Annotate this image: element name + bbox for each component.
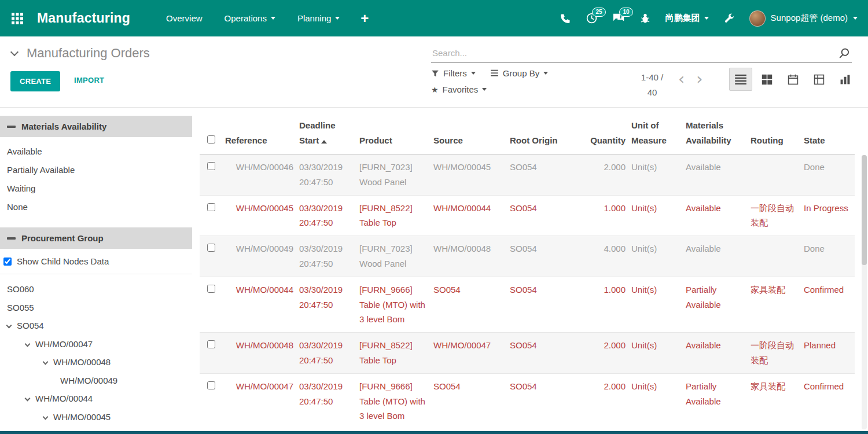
- import-button[interactable]: IMPORT: [74, 76, 104, 84]
- row-checkbox[interactable]: [207, 162, 215, 170]
- cell-root-origin: SO054: [509, 333, 585, 374]
- col-materials-availability[interactable]: Materials Availability: [685, 109, 749, 155]
- debug-bug-icon[interactable]: [639, 13, 651, 24]
- apps-grid-icon[interactable]: [10, 12, 24, 25]
- cell-quantity: 2.000: [585, 155, 630, 196]
- col-quantity[interactable]: Quantity: [585, 109, 630, 155]
- search-facets: Filters Group By ★ Favorites: [431, 68, 548, 101]
- graph-view-button[interactable]: [833, 68, 856, 91]
- menu-overview[interactable]: Overview: [166, 13, 203, 23]
- user-menu[interactable]: Sunpop超管 (demo): [749, 10, 858, 27]
- tree-item-mo00047[interactable]: WH/MO/00047: [0, 335, 192, 354]
- col-source[interactable]: Source: [432, 109, 509, 155]
- filter-available[interactable]: Available: [0, 142, 192, 161]
- pager-next-icon[interactable]: ›: [696, 71, 703, 87]
- filters-label: Filters: [443, 68, 467, 78]
- control-panel: Manufacturing Orders CREATE IMPORT Filte…: [0, 36, 868, 108]
- table-row[interactable]: WH/MO/00046 03/30/2019 20:47:50 [FURN_70…: [200, 155, 855, 196]
- user-name: Sunpop超管 (demo): [771, 13, 848, 24]
- col-label: Routing: [751, 135, 784, 145]
- activities-clock-icon[interactable]: 25: [586, 12, 598, 24]
- col-routing[interactable]: Routing: [749, 109, 803, 155]
- search-input[interactable]: [431, 45, 852, 62]
- row-checkbox[interactable]: [207, 285, 215, 293]
- col-product[interactable]: Product: [358, 109, 432, 155]
- show-child-nodes-checkbox[interactable]: [3, 258, 12, 266]
- cell-routing: 一阶段自动装配: [749, 195, 803, 236]
- filter-waiting[interactable]: Waiting: [0, 179, 192, 198]
- cell-quantity: 1.000: [585, 277, 630, 332]
- tree-label: SO060: [7, 280, 34, 299]
- show-child-nodes-toggle[interactable]: Show Child Nodes Data: [0, 249, 192, 274]
- tree-item-mo00049[interactable]: WH/MO/00049: [0, 372, 192, 390]
- filters-dropdown[interactable]: Filters: [431, 68, 476, 78]
- cell-root-origin: SO054: [509, 155, 585, 196]
- tree-item-mo00045[interactable]: WH/MO/00045: [0, 408, 192, 426]
- pivot-view-icon: [814, 74, 825, 85]
- search-icon[interactable]: [838, 47, 851, 61]
- row-checkbox[interactable]: [207, 381, 215, 389]
- table-row[interactable]: WH/MO/00045 03/30/2019 20:47:50 [FURN_85…: [200, 195, 855, 236]
- table-row[interactable]: WH/MO/00044 03/30/2019 20:47:50 [FURN_96…: [200, 277, 855, 332]
- settings-wrench-icon[interactable]: [723, 13, 735, 24]
- row-checkbox[interactable]: [207, 340, 215, 348]
- show-child-nodes-label: Show Child Nodes Data: [17, 256, 109, 266]
- create-button[interactable]: CREATE: [10, 71, 60, 91]
- col-root-origin[interactable]: Root Origin: [509, 109, 585, 155]
- tree-item-mo00044[interactable]: WH/MO/00044: [0, 389, 192, 408]
- chevron-down-icon: [6, 323, 12, 329]
- col-uom[interactable]: Unit of Measure: [630, 109, 685, 155]
- filter-partially-available[interactable]: Partially Available: [0, 161, 192, 179]
- vertical-scrollbar-thumb[interactable]: [862, 155, 867, 265]
- cell-reference: WH/MO/00044: [224, 277, 298, 332]
- tree-item-so060[interactable]: SO060: [0, 280, 192, 299]
- caret-down-icon: [335, 17, 340, 20]
- calendar-view-button[interactable]: [781, 68, 804, 91]
- cell-routing: [749, 236, 803, 277]
- top-navbar: Manufacturing Overview Operations Planni…: [0, 0, 868, 36]
- list-view-icon: [735, 74, 746, 84]
- menu-planning[interactable]: Planning: [297, 13, 340, 23]
- favorites-label: Favorites: [443, 84, 479, 94]
- company-name: 尚鹏集团: [665, 13, 700, 24]
- favorites-dropdown[interactable]: ★ Favorites: [431, 84, 487, 94]
- tree-item-so054[interactable]: SO054: [0, 317, 192, 335]
- chevron-down-icon: [43, 414, 49, 420]
- cell-source: SO054: [432, 277, 509, 332]
- cell-state: In Progress: [803, 195, 855, 236]
- pager-previous-icon[interactable]: ‹: [678, 71, 685, 87]
- menu-operations[interactable]: Operations: [225, 13, 275, 23]
- app-title[interactable]: Manufacturing: [37, 10, 130, 26]
- col-state[interactable]: State: [803, 109, 855, 155]
- groupby-dropdown[interactable]: Group By: [491, 68, 548, 78]
- row-checkbox[interactable]: [207, 203, 215, 211]
- table-row[interactable]: WH/MO/00048 03/30/2019 20:47:50 [FURN_85…: [200, 333, 855, 374]
- table-row[interactable]: WH/MO/00049 03/30/2019 20:47:50 [FURN_70…: [200, 236, 855, 277]
- cell-quantity: 2.000: [585, 333, 630, 374]
- filter-funnel-icon: [431, 69, 439, 78]
- filter-none[interactable]: None: [0, 198, 192, 216]
- table-row[interactable]: WH/MO/00047 03/30/2019 20:47:50 [FURN_96…: [200, 373, 855, 429]
- vertical-scrollbar[interactable]: [862, 155, 867, 429]
- pivot-view-button[interactable]: [807, 68, 830, 91]
- cell-source: SO054: [432, 373, 509, 429]
- tree-item-so055[interactable]: SO055: [0, 299, 192, 317]
- row-checkbox[interactable]: [207, 244, 215, 252]
- tree-item-mo00048[interactable]: WH/MO/00048: [0, 353, 192, 372]
- cell-uom: Unit(s): [630, 236, 685, 277]
- phone-icon[interactable]: [560, 13, 571, 24]
- chevron-down-icon[interactable]: [10, 47, 19, 56]
- messages-icon[interactable]: 10: [612, 12, 625, 25]
- kanban-view-button[interactable]: [755, 68, 778, 91]
- cell-availability: Partially Available: [685, 373, 749, 429]
- search-box: [431, 45, 852, 62]
- col-reference[interactable]: Reference: [224, 109, 298, 155]
- col-label: Source: [433, 135, 463, 145]
- select-all-checkbox[interactable]: [207, 135, 215, 144]
- list-view-button[interactable]: [729, 68, 752, 91]
- calendar-view-icon: [788, 74, 799, 85]
- plus-icon[interactable]: +: [361, 12, 369, 25]
- col-deadline-start[interactable]: Deadline Start: [298, 109, 358, 155]
- company-switcher[interactable]: 尚鹏集团: [665, 13, 709, 24]
- horizontal-scrollbar[interactable]: [0, 431, 868, 434]
